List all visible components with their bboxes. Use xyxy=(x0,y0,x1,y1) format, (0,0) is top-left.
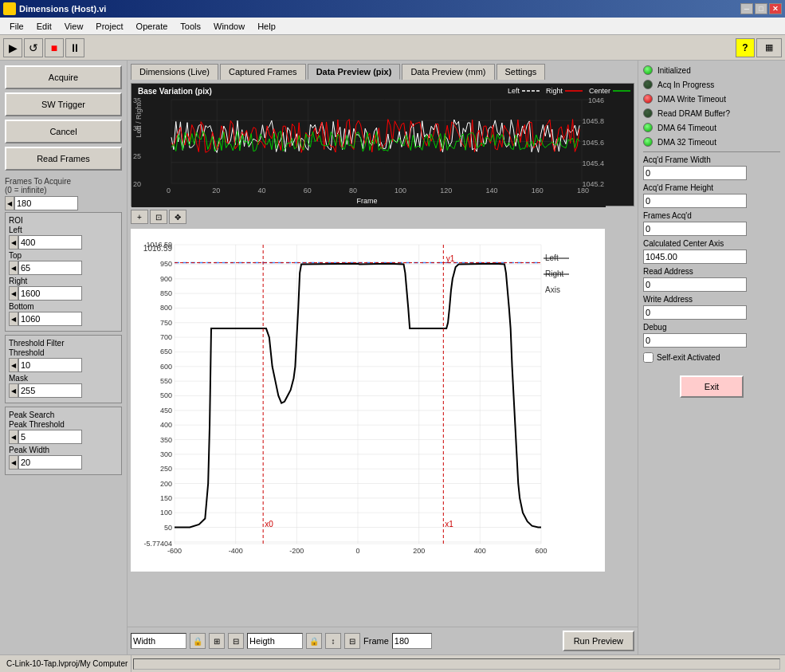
run-preview-button[interactable]: Run Preview xyxy=(563,631,634,651)
frames-decrement[interactable]: ◀ xyxy=(5,196,14,210)
pause-button[interactable]: ⏸ xyxy=(65,38,84,57)
peak-width-input[interactable] xyxy=(18,455,82,470)
tab-captured-frames[interactable]: Captured Frames xyxy=(220,64,306,80)
menu-edit[interactable]: Edit xyxy=(30,20,58,33)
roi-bottom-input[interactable] xyxy=(18,312,82,326)
bottom-bar: 🔒 ⊞ ⊟ 🔒 ↕ ⊟ Frame Run Preview xyxy=(128,627,638,654)
read-dram-label: Read DRAM Buffer? xyxy=(657,109,730,118)
toolbar: ▶ ↺ ■ ⏸ ? ▦ xyxy=(0,35,785,61)
run-button[interactable]: ▶ xyxy=(3,38,22,57)
mini-chart: Base Variation (pix) Left Right Center xyxy=(131,83,634,206)
left-panel: Acquire SW Trigger Cancel Read Frames Fr… xyxy=(0,61,128,654)
write-address-input[interactable] xyxy=(643,305,747,320)
calc-center-axis-input[interactable] xyxy=(643,250,747,264)
debug-input[interactable] xyxy=(643,333,747,348)
toolbar-extra-button[interactable]: ▦ xyxy=(756,38,782,57)
roi-right-input[interactable] xyxy=(18,286,82,301)
peak-width-group: ◀ xyxy=(9,455,118,470)
threshold-decrement[interactable]: ◀ xyxy=(9,358,18,372)
frames-to-acquire-label: Frames To Acquire (0 = infinite) xyxy=(5,177,122,195)
write-address-label: Write Address xyxy=(643,295,780,304)
peak-search-label: Peak Search xyxy=(9,411,118,419)
menu-tools[interactable]: Tools xyxy=(174,20,207,33)
height-input[interactable] xyxy=(247,633,303,649)
menu-project[interactable]: Project xyxy=(89,20,129,33)
frames-acqd-input[interactable] xyxy=(643,222,747,236)
dma-write-timeout-row: DMA Write Timeout xyxy=(643,94,780,104)
read-dram-row: Read DRAM Buffer? xyxy=(643,108,780,118)
height-tool1-button[interactable]: ↕ xyxy=(325,633,341,649)
stop-button[interactable]: ■ xyxy=(45,38,64,57)
height-lock-button[interactable]: 🔒 xyxy=(306,633,322,649)
status-scroll[interactable] xyxy=(133,658,780,670)
debug-label: Debug xyxy=(643,323,780,332)
mask-decrement[interactable]: ◀ xyxy=(9,383,18,398)
peak-threshold-input[interactable] xyxy=(18,430,82,444)
tab-data-preview-pix[interactable]: Data Preview (pix) xyxy=(308,64,401,80)
threshold-filter-label: Threshold Filter xyxy=(9,339,118,348)
threshold-input[interactable] xyxy=(18,358,82,372)
acquire-button[interactable]: Acquire xyxy=(5,65,122,89)
width-tool2-button[interactable]: ⊟ xyxy=(228,633,244,649)
read-frames-button[interactable]: Read Frames xyxy=(5,147,122,171)
main-chart-area xyxy=(128,229,638,627)
width-input[interactable] xyxy=(131,633,186,649)
roi-left-group: ◀ xyxy=(9,235,118,250)
menu-operate[interactable]: Operate xyxy=(130,20,175,33)
acqd-frame-width-label: Acq'd Frame Width xyxy=(643,155,780,164)
right-legend-label: Right xyxy=(546,87,563,95)
pan-button[interactable]: ✥ xyxy=(169,210,186,224)
roi-bottom-decrement[interactable]: ◀ xyxy=(9,312,18,326)
initialized-led xyxy=(643,65,653,75)
tab-settings[interactable]: Settings xyxy=(497,64,546,80)
menu-bar: File Edit View Project Operate Tools Win… xyxy=(0,18,785,35)
menu-file[interactable]: File xyxy=(3,20,30,33)
height-tool2-button[interactable]: ⊟ xyxy=(344,633,360,649)
menu-help[interactable]: Help xyxy=(251,20,282,33)
calc-center-axis-label: Calculated Center Axis xyxy=(643,239,780,248)
roi-right-decrement[interactable]: ◀ xyxy=(9,286,18,301)
legend-center: Center xyxy=(589,87,630,95)
peak-threshold-group: ◀ xyxy=(9,430,118,444)
zoom-in-button[interactable]: + xyxy=(131,210,148,224)
acq-in-progress-led xyxy=(643,80,653,89)
roi-top-decrement[interactable]: ◀ xyxy=(9,261,18,275)
status-bar: C-Link-10-Tap.lvproj/My Computer xyxy=(0,654,785,672)
acqd-frame-width-input[interactable] xyxy=(643,166,747,180)
roi-top-input[interactable] xyxy=(18,261,82,275)
frame-value-input[interactable] xyxy=(392,633,432,649)
minimize-button[interactable]: ─ xyxy=(740,3,753,14)
cancel-button[interactable]: Cancel xyxy=(5,120,122,143)
dma32-timeout-row: DMA 32 Timeout xyxy=(643,137,780,147)
width-lock-button[interactable]: 🔒 xyxy=(190,633,206,649)
threshold-filter-section: Threshold Filter Threshold ◀ Mask ◀ xyxy=(5,335,122,403)
width-tool1-button[interactable]: ⊞ xyxy=(209,633,225,649)
read-address-input[interactable] xyxy=(643,277,747,292)
peak-threshold-decrement[interactable]: ◀ xyxy=(9,430,18,444)
close-button[interactable]: ✕ xyxy=(769,3,782,14)
dma64-timeout-row: DMA 64 Timeout xyxy=(643,123,780,132)
self-exit-row: Self-exit Activated xyxy=(643,352,780,363)
self-exit-checkbox[interactable] xyxy=(643,352,654,363)
read-address-label: Read Address xyxy=(643,267,780,276)
tab-data-preview-mm[interactable]: Data Preview (mm) xyxy=(402,64,494,80)
frames-to-acquire-input[interactable] xyxy=(14,196,78,210)
dma64-timeout-led xyxy=(643,123,653,132)
menu-window[interactable]: Window xyxy=(207,20,251,33)
run-cont-button[interactable]: ↺ xyxy=(24,38,43,57)
peak-width-decrement[interactable]: ◀ xyxy=(9,455,18,470)
legend-right: Right xyxy=(546,87,583,95)
help-button[interactable]: ? xyxy=(736,38,755,57)
roi-left-decrement[interactable]: ◀ xyxy=(9,235,18,250)
zoom-fit-button[interactable]: ⊡ xyxy=(150,210,167,224)
acqd-frame-height-label: Acq'd Frame Height xyxy=(643,183,780,192)
exit-button[interactable]: Exit xyxy=(680,375,744,398)
acqd-frame-height-input[interactable] xyxy=(643,194,747,208)
tab-dimensions-live[interactable]: Dimensions (Live) xyxy=(131,64,218,80)
sw-trigger-button[interactable]: SW Trigger xyxy=(5,92,122,116)
mask-input[interactable] xyxy=(18,383,82,398)
maximize-button[interactable]: □ xyxy=(755,3,767,14)
peak-threshold-label: Peak Threshold xyxy=(9,420,118,429)
roi-left-input[interactable] xyxy=(18,235,82,250)
menu-view[interactable]: View xyxy=(58,20,90,33)
